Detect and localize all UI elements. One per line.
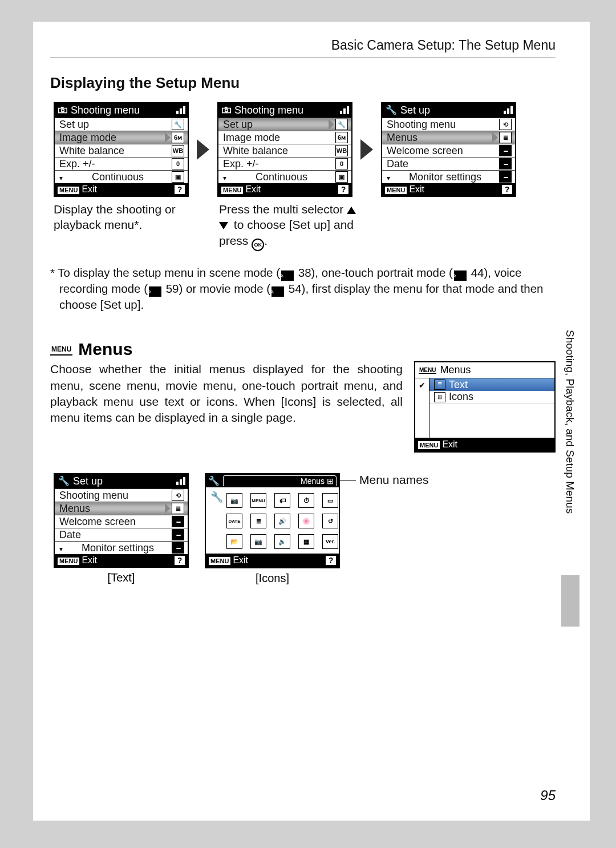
menus-heading: MENU Menus	[50, 340, 556, 359]
menu-icon: MENU	[209, 557, 230, 565]
menu-icon: MENU	[221, 187, 243, 194]
menu-icon: MENU	[58, 187, 79, 194]
scroll-icon	[504, 105, 513, 114]
lcd-row: Date--	[382, 157, 515, 170]
dash-icon: --	[172, 542, 184, 554]
footnote: * To display the setup menu in scene mod…	[50, 265, 556, 313]
camera-icon	[222, 105, 231, 115]
menu-names-callout: Menu names	[359, 473, 428, 487]
lcd-row: White balanceWB	[218, 144, 351, 157]
check-icon: ✔	[419, 381, 425, 390]
grid-icon: ⊞	[434, 392, 445, 402]
return-icon: ⟲	[499, 119, 512, 130]
grid-icon: ▦	[298, 534, 314, 549]
lcd-title: Shooting menu	[218, 103, 351, 118]
lcd-footer: MENUExit ?	[382, 183, 515, 196]
lcd-row: Exp. +/-0	[55, 157, 188, 170]
lcd-shooting-1: Shooting menu Set up🔧 Image mode6ᴍ White…	[54, 102, 189, 197]
menu-icon: MENU	[50, 345, 72, 353]
text-icons-comparison: 🔧 Set up Shooting menu⟲ Menus≣ Welcome s…	[54, 473, 556, 585]
lcd-row: ▾Monitor settings--	[382, 170, 515, 183]
lcd-footer: MENUExit	[415, 438, 554, 451]
caption-icons: [Icons]	[205, 572, 340, 585]
lcd-menus-options: MENU Menus ✔ ≣Text ⊞Icons MENUExit	[414, 361, 556, 453]
page-header: Basic Camera Setup: The Setup Menu	[50, 38, 556, 58]
list-icon: ≣	[499, 132, 512, 143]
help-icon: ?	[338, 185, 348, 194]
grid-icon: 📂	[226, 534, 242, 549]
help-icon: ?	[326, 556, 336, 565]
help-icon: ?	[502, 185, 512, 194]
scroll-icon	[340, 105, 349, 114]
scroll-down-icon: ▾	[223, 175, 226, 181]
lcd-title: 🔧 Set up	[55, 474, 188, 488]
callout-line	[339, 480, 356, 480]
dash-icon: --	[172, 529, 184, 540]
page-ref-icon: ✎	[281, 270, 294, 281]
lcd-footer: MENUExit ?	[218, 183, 351, 196]
ok-icon: OK	[252, 239, 264, 251]
lcd-row-selected: Set up🔧	[218, 118, 351, 131]
grid-icon: ⊞	[327, 477, 334, 486]
cont-icon: ▣	[172, 171, 184, 183]
scroll-down-icon: ▾	[59, 175, 63, 181]
exp-icon: 0	[335, 158, 348, 169]
lcd-title-text: Set up	[400, 105, 430, 115]
help-icon: ?	[175, 556, 185, 565]
dash-icon: --	[499, 171, 512, 183]
grid-icon: 🌸	[298, 514, 314, 528]
lcd-setup: 🔧 Set up Shooting menu⟲ Menus≣ Welcome s…	[381, 102, 516, 197]
grid-icon: 🏷	[274, 493, 290, 508]
page-number: 95	[540, 788, 556, 803]
lcd-row: Welcome screen--	[55, 515, 188, 528]
scroll-down-icon: ▾	[59, 546, 63, 552]
lcd-footer: MENUExit ?	[55, 554, 188, 567]
lcd-title: Shooting menu	[55, 103, 188, 118]
list-icon: ≣	[172, 503, 184, 514]
svg-rect-2	[61, 107, 64, 108]
wrench-icon: 🔧	[208, 475, 220, 486]
icons-menu-example: 🔧 Menus ⊞ 🔧 📷 MENU 🏷 ⏱ ▭ DATE ≣ 🔊 🌸 ↺ 📂	[205, 473, 340, 585]
mode-icon: 6ᴍ	[172, 132, 184, 143]
icons-header: 🔧 Menus ⊞	[206, 474, 339, 487]
menus-paragraph: Choose whether the initial menus display…	[50, 361, 403, 426]
help-icon: ?	[175, 185, 185, 194]
text-menu-example: 🔧 Set up Shooting menu⟲ Menus≣ Welcome s…	[54, 473, 189, 584]
option-text: ≣Text	[429, 378, 554, 391]
wrench-icon: 🔧	[172, 119, 184, 130]
svg-point-1	[62, 109, 64, 112]
wb-icon: WB	[172, 145, 184, 156]
lcd-setup-text: 🔧 Set up Shooting menu⟲ Menus≣ Welcome s…	[54, 473, 189, 568]
grid-icon: 🔊	[274, 514, 290, 528]
lcd-row: ▾Monitor settings--	[55, 541, 188, 554]
arrow-right-icon	[197, 139, 209, 160]
lcd-title-text: Shooting menu	[234, 105, 303, 115]
grid-icon: 🔉	[274, 534, 290, 549]
lcd-title-text: Shooting menu	[71, 105, 140, 115]
lcd-row-selected: Menus≣	[382, 131, 515, 144]
tab-label: Menus ⊞	[223, 475, 337, 486]
grid-icon: MENU	[250, 493, 266, 508]
svg-point-4	[225, 109, 228, 112]
lcd-shooting-2: Shooting menu Set up🔧 Image mode6ᴍ White…	[217, 102, 352, 197]
grid-icon: 📷	[226, 493, 242, 508]
wrench-icon: 🔧	[58, 477, 70, 486]
dash-icon: --	[499, 145, 512, 156]
manual-page: Basic Camera Setup: The Setup Menu Displ…	[33, 22, 590, 821]
cont-icon: ▣	[335, 171, 348, 183]
grid-icon: ▭	[322, 493, 338, 508]
menus-body: Choose whether the initial menus display…	[50, 361, 556, 453]
option-icons: ⊞Icons	[429, 391, 554, 403]
caption-text: [Text]	[54, 571, 189, 584]
lcd-row: Exp. +/-0	[218, 157, 351, 170]
page-ref-icon: ✎	[149, 286, 161, 297]
lcd-row: ▾Continuous▣	[55, 170, 188, 183]
check-column: ✔	[415, 378, 429, 438]
lcd-row: Shooting menu⟲	[382, 118, 515, 131]
camera-icon	[58, 105, 67, 115]
thumb-tab	[561, 575, 579, 627]
caption-1: Display the shooting or playback menu*.	[54, 201, 196, 251]
grid-icon: ≣	[250, 514, 266, 528]
page-ref-icon: ✎	[454, 270, 467, 281]
page-ref-icon: ✎	[271, 286, 284, 297]
